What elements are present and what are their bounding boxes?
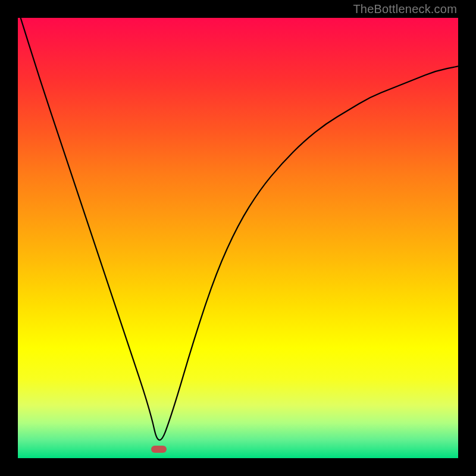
chart-frame: TheBottleneck.com	[0, 0, 476, 476]
watermark-text: TheBottleneck.com	[353, 2, 457, 16]
bottleneck-curve	[18, 18, 458, 458]
minimum-marker	[151, 446, 167, 453]
plot-area	[18, 18, 458, 458]
